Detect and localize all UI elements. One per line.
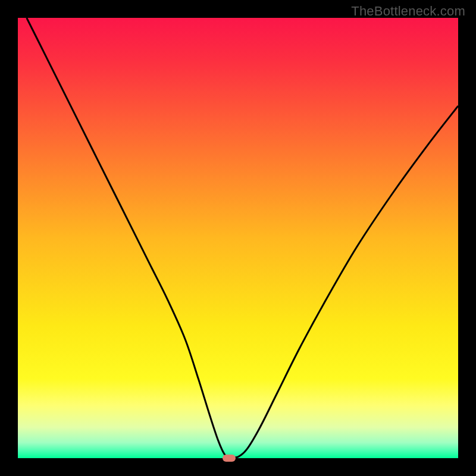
plot-area [18,18,458,458]
curve-layer [18,18,458,458]
optimal-point-marker [223,455,236,462]
bottleneck-curve [27,18,458,458]
watermark-text: TheBottleneck.com [351,4,465,19]
chart-container: TheBottleneck.com [0,0,476,476]
